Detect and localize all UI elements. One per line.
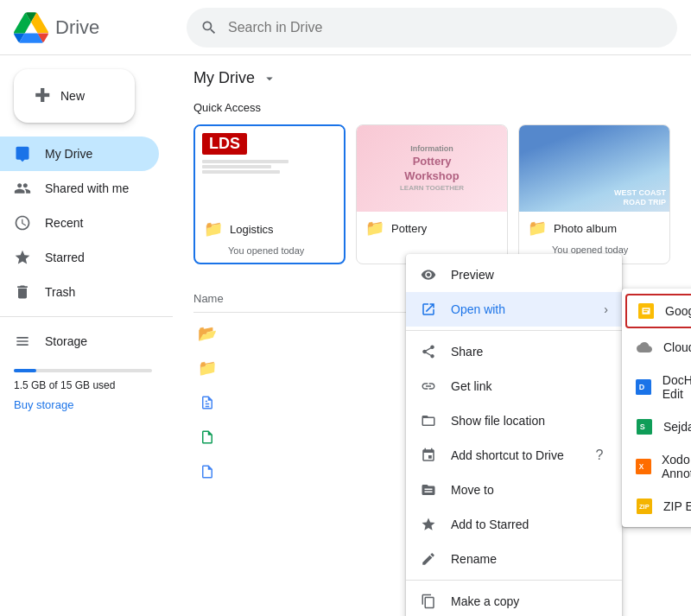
trash-icon [14,283,31,301]
ctx-divider-2 [406,580,622,581]
new-button-label: New [60,89,85,103]
ctx-show-location[interactable]: Show file location [406,403,622,438]
quick-tile-logistics[interactable]: LDS 📁 Logistics You opened today [193,124,346,264]
storage-used-text: 1.5 GB of 15 GB used [14,379,159,391]
ctx-show-location-label: Show file location [451,414,608,428]
shared-icon [14,180,31,197]
doc-icon-row3 [197,392,218,413]
sidebar-item-storage[interactable]: Storage [0,324,159,359]
quick-tile-photo[interactable]: WEST COAST ROAD TRIP 📁 Photo album You o… [518,124,670,264]
drive-logo-icon [14,10,48,45]
submenu-google-slides[interactable]: Google Slides [625,294,691,328]
sejda-icon: S [636,418,653,435]
submenu-cloudconvert-label: CloudConvert [663,340,691,354]
sidebar-item-trash[interactable]: Trash [0,275,159,309]
link-icon [420,378,437,395]
pencil-icon [420,550,437,568]
app-title: Drive [55,16,99,39]
lds-badge: LDS [202,133,247,155]
tile-thumb-pottery: Information Pottery Workshop LEARN TOGET… [357,125,507,212]
cloudconvert-icon [636,339,653,356]
sidebar-label-trash: Trash [45,285,75,299]
app-layout: ✚ New My Drive Shared with me Recent [0,55,691,616]
ctx-share-label: Share [451,345,608,359]
submenu-dochub[interactable]: D DocHub - PDF Sign and Edit [622,365,691,410]
open-with-submenu: Google Slides CloudConvert D DocHub - PD… [622,289,691,527]
plus-icon: ✚ [35,85,50,107]
ctx-get-link[interactable]: Get link [406,369,622,403]
doc-icon-row5 [197,461,218,482]
ctx-preview-label: Preview [451,268,608,282]
sheets-icon-row4 [197,427,218,448]
storage-section: 1.5 GB of 15 GB used Buy storage [0,359,173,422]
folder-icon-photo: 📁 [528,219,547,238]
star-icon [420,516,437,533]
ctx-divider-1 [406,330,622,331]
ctx-make-copy-label: Make a copy [451,594,608,608]
ctx-starred-label: Add to Starred [451,518,608,531]
main-content: My Drive Quick Access LDS 📁 Logistics [173,55,691,616]
tile-name-logistics: Logistics [230,223,274,236]
ctx-move-to[interactable]: Move to [406,473,622,507]
submenu-cloudconvert[interactable]: CloudConvert [622,330,691,365]
tile-sub-logistics: You opened today [195,245,344,263]
ctx-get-link-label: Get link [451,379,608,393]
zip-icon: ZIP [636,498,653,515]
copy-icon [420,593,437,610]
ctx-preview[interactable]: Preview [406,257,622,292]
ctx-make-copy[interactable]: Make a copy [406,584,622,616]
new-button[interactable]: ✚ New [14,69,135,123]
app-header: Drive [0,0,691,55]
ctx-shortcut-label: Add shortcut to Drive [451,448,577,462]
starred-icon [14,249,31,266]
submenu-slides-label: Google Slides [665,304,691,318]
folder-icon-row1: 📂 [197,323,218,344]
folder-icon-pottery: 📁 [365,219,384,238]
sidebar-label-recent: Recent [45,216,83,230]
svg-text:S: S [640,422,645,431]
sidebar-item-shared[interactable]: Shared with me [0,171,159,206]
slides-icon [637,302,655,320]
submenu-dochub-label: DocHub - PDF Sign and Edit [662,373,691,401]
ctx-rename[interactable]: Rename [406,542,622,576]
my-drive-icon [14,145,31,162]
storage-bar-fill [14,369,36,372]
shortcut-icon [420,447,437,464]
share-icon [420,343,437,360]
move-icon [420,481,437,499]
ctx-add-shortcut[interactable]: Add shortcut to Drive ? [406,438,622,473]
buy-storage-link[interactable]: Buy storage [14,398,159,411]
sidebar-item-starred[interactable]: Starred [0,240,159,275]
page-title: My Drive [193,69,255,87]
quick-tile-pottery[interactable]: Information Pottery Workshop LEARN TOGET… [356,124,508,264]
ctx-open-with[interactable]: Open with › [406,292,622,327]
my-drive-header: My Drive [193,69,670,87]
search-icon [200,19,218,36]
folder-icon-logistics: 📁 [204,219,223,238]
tile-thumb-photo: WEST COAST ROAD TRIP [519,125,669,212]
tile-footer-pottery: 📁 Pottery [357,212,507,244]
xodo-icon: X [636,458,651,475]
eye-icon [420,266,437,283]
open-with-icon [420,301,437,318]
search-bar[interactable] [187,8,677,48]
ctx-share[interactable]: Share [406,334,622,369]
ctx-move-label: Move to [451,483,608,497]
context-menu: Preview Open with › Share Ge [406,254,622,616]
sidebar-item-my-drive[interactable]: My Drive [0,137,159,171]
sidebar-item-recent[interactable]: Recent [0,206,159,240]
ctx-add-starred[interactable]: Add to Starred [406,507,622,542]
dropdown-icon[interactable] [262,71,277,86]
storage-bar-bg [14,369,152,372]
submenu-sejda-label: Sejda PDF [663,420,691,434]
ctx-open-with-label: Open with [451,302,590,316]
submenu-sejda[interactable]: S Sejda PDF [622,410,691,444]
submenu-xodo[interactable]: X Xodo PDF Reader & Annotator [622,444,691,489]
quick-access-tiles: LDS 📁 Logistics You opened today [193,124,670,264]
submenu-zip[interactable]: ZIP ZIP Extractor [622,489,691,524]
dochub-icon: D [636,378,652,396]
svg-text:ZIP: ZIP [639,503,650,511]
search-input[interactable] [228,20,663,35]
sidebar-label-shared: Shared with me [45,181,129,195]
svg-text:D: D [639,383,645,391]
